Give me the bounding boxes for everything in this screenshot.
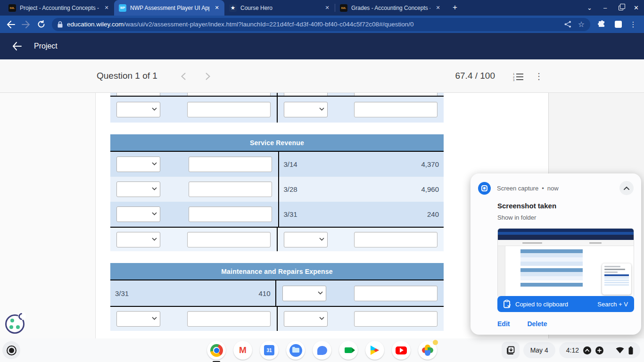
show-in-folder-link[interactable]: Show in folder: [497, 214, 634, 221]
amount-input[interactable]: [354, 311, 438, 327]
amount-input[interactable]: [354, 286, 438, 301]
date-select[interactable]: [116, 232, 160, 247]
date-select[interactable]: [284, 232, 328, 247]
calendar-app-icon[interactable]: 31: [260, 341, 279, 360]
d2l-favicon: D2L: [8, 4, 16, 12]
amount-input[interactable]: [354, 232, 438, 247]
screen-capture-icon: [478, 182, 491, 195]
delete-button[interactable]: Delete: [527, 320, 547, 328]
date-select-wrap: [284, 311, 328, 327]
edit-button[interactable]: Edit: [497, 320, 510, 328]
back-arrow-icon[interactable]: [12, 42, 22, 50]
back-button[interactable]: [4, 17, 18, 32]
entry-date: 3/14: [284, 160, 297, 168]
amount-input[interactable]: [189, 181, 272, 197]
amount-input[interactable]: [189, 156, 272, 172]
reload-button[interactable]: [34, 17, 48, 32]
previous-question-button[interactable]: [179, 72, 188, 81]
left-gutter: [0, 93, 96, 338]
tab-course-hero[interactable]: ★ Course Hero ✕: [224, 0, 335, 16]
browser-tab-strip: D2L Project - Accounting Concepts - S ✕ …: [0, 0, 644, 16]
chevron-up-icon: [624, 187, 629, 190]
meet-app-icon[interactable]: [339, 341, 358, 360]
amount-input[interactable]: [187, 232, 271, 247]
date-select[interactable]: [116, 102, 160, 117]
amount-input[interactable]: [189, 206, 272, 222]
question-list-icon[interactable]: 123: [513, 72, 524, 81]
gmail-app-icon[interactable]: M: [233, 341, 252, 360]
t-account-total-row: [110, 307, 444, 331]
extensions-icon[interactable]: [594, 17, 608, 32]
close-window-button[interactable]: ✕: [628, 0, 644, 16]
profile-avatar[interactable]: [611, 17, 625, 32]
screen-capture-tray-button[interactable]: [502, 342, 520, 359]
dot-separator: •: [542, 185, 544, 192]
t-account-total-row: [110, 97, 444, 123]
new-tab-button[interactable]: +: [448, 1, 462, 14]
page-title: Project: [34, 42, 58, 50]
tab-title: NWP Assessment Player UI App: [130, 5, 209, 11]
chromeos-shelf: M 31 May 4 4:12: [0, 338, 644, 362]
date-select[interactable]: [282, 286, 326, 301]
tab-assessment-player[interactable]: WP NWP Assessment Player UI App ✕: [114, 0, 224, 16]
amount-input[interactable]: [187, 311, 271, 327]
wifi-icon: [616, 347, 624, 354]
files-app-icon[interactable]: [286, 341, 305, 360]
amount-input[interactable]: [354, 102, 438, 117]
notification-badge: [433, 340, 438, 345]
system-tray[interactable]: 4:12: [559, 342, 640, 358]
chrome-app-icon[interactable]: [207, 341, 226, 360]
tab-close-icon[interactable]: ✕: [213, 4, 221, 12]
forward-button[interactable]: [19, 17, 33, 32]
browser-menu-icon[interactable]: ⋮: [628, 20, 638, 29]
minimize-button[interactable]: –: [597, 0, 613, 16]
tab-grades-d2l[interactable]: D2L Grades - Accounting Concepts - S ✕: [335, 0, 446, 16]
course-hero-favicon: ★: [229, 4, 237, 12]
date-select[interactable]: [284, 102, 328, 117]
photos-app-icon[interactable]: [418, 341, 437, 360]
youtube-app-icon[interactable]: [392, 341, 411, 360]
tab-title: Project - Accounting Concepts - S: [20, 5, 99, 11]
svg-text:3: 3: [513, 79, 515, 81]
next-question-button[interactable]: [203, 72, 213, 81]
tab-project-d2l[interactable]: D2L Project - Accounting Concepts - S ✕: [4, 0, 114, 16]
collapse-notification-button[interactable]: [619, 181, 634, 195]
t-account-row: 3/31 410: [110, 280, 444, 306]
tab-search-icon[interactable]: ⌄: [582, 0, 597, 16]
date-select[interactable]: [116, 156, 160, 172]
share-icon[interactable]: [564, 21, 571, 28]
play-store-app-icon[interactable]: [365, 341, 384, 360]
t-account-row: 3/28 4,960: [110, 177, 444, 202]
nested-notification-preview: [602, 263, 631, 295]
restore-icon: [619, 6, 623, 10]
date-select[interactable]: [116, 311, 160, 327]
t-account-total-row: [110, 228, 444, 251]
tab-title: Grades - Accounting Concepts - S: [351, 5, 430, 11]
tab-close-icon[interactable]: ✕: [323, 4, 331, 12]
t-account-worksheet: Service Revenue 3/14 4,370 3/28: [110, 93, 444, 331]
launcher-button[interactable]: [2, 341, 20, 359]
tab-close-icon[interactable]: ✕: [103, 4, 110, 12]
amount-input[interactable]: [187, 102, 271, 117]
question-menu-icon[interactable]: ⋮: [535, 71, 543, 82]
date-select-wrap: [284, 102, 328, 117]
entry-amount: 4,960: [421, 185, 439, 193]
address-bar[interactable]: education.wiley.com/was/ui/v2/assessment…: [52, 18, 590, 31]
cookie-consent-button[interactable]: [5, 314, 25, 334]
keyboard-shortcut: Search + V: [597, 301, 628, 308]
shelf-app-icons: M 31: [207, 341, 437, 360]
date-select-wrap: [116, 181, 160, 197]
t-account-row: 3/31 240: [110, 202, 444, 227]
credit-side: [277, 228, 444, 251]
date-select[interactable]: [116, 181, 160, 197]
restore-button[interactable]: [613, 0, 628, 16]
credit-side: [277, 307, 444, 331]
messages-app-icon[interactable]: [313, 341, 331, 360]
screenshot-thumbnail[interactable]: [497, 228, 634, 298]
entry-date: 3/28: [284, 185, 297, 193]
date-pill[interactable]: May 4: [523, 342, 555, 358]
date-select[interactable]: [116, 206, 160, 222]
credit-side: 3/14 4,370: [278, 152, 444, 177]
tab-close-icon[interactable]: ✕: [434, 4, 442, 12]
date-select[interactable]: [284, 311, 328, 327]
